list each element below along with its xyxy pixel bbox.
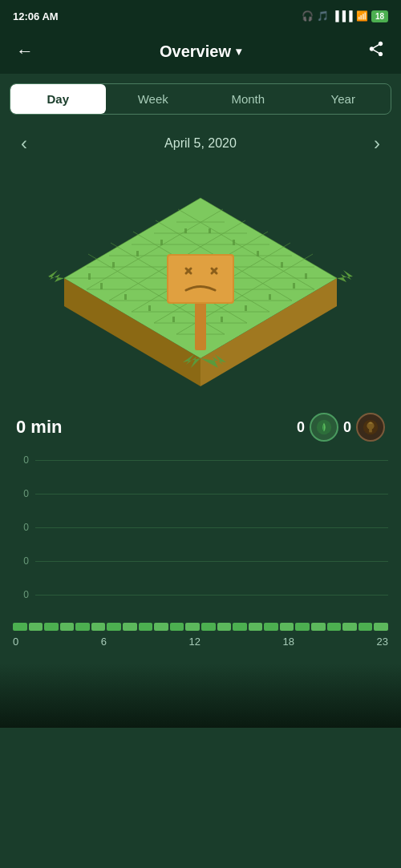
app-header: ← Overview ▾ xyxy=(0,29,401,74)
bar-segment xyxy=(170,623,184,631)
grid-rule-3 xyxy=(35,527,388,528)
status-time: 12:06 AM xyxy=(13,10,59,22)
svg-rect-64 xyxy=(369,428,372,433)
status-bar: 12:06 AM 🎧 🎵 ▐▐▐ 📶 18 xyxy=(0,0,401,29)
grid-label-4: 0 xyxy=(13,555,29,567)
tab-year[interactable]: Year xyxy=(296,84,391,114)
svg-rect-37 xyxy=(209,228,211,233)
garden-scene xyxy=(0,166,401,406)
current-date-label: April 5, 2020 xyxy=(164,136,237,151)
bar-segment xyxy=(139,623,153,631)
bar-segment xyxy=(123,623,137,631)
grid-line-2: 0 xyxy=(13,488,388,499)
bar-segment xyxy=(201,623,216,631)
bar-segment xyxy=(358,623,373,631)
grid-rule-2 xyxy=(35,494,388,495)
grid-label-5: 0 xyxy=(13,589,29,600)
x-label-18: 18 xyxy=(283,636,294,648)
svg-rect-49 xyxy=(269,294,271,300)
bar-segment xyxy=(311,623,326,631)
svg-rect-38 xyxy=(233,240,235,245)
stats-row: 0 min 0 0 xyxy=(0,406,401,454)
prev-date-button[interactable]: ‹ xyxy=(13,129,35,158)
back-button[interactable]: ← xyxy=(13,38,37,65)
tab-day[interactable]: Day xyxy=(10,84,106,114)
svg-rect-44 xyxy=(148,305,151,311)
svg-rect-47 xyxy=(221,317,223,322)
x-axis-bar xyxy=(13,623,388,631)
x-axis-labels: 0 6 12 18 23 xyxy=(0,632,401,664)
spotify-icon: 🎵 xyxy=(317,10,329,22)
svg-rect-34 xyxy=(136,251,139,256)
tab-month[interactable]: Month xyxy=(200,84,296,114)
tab-week[interactable]: Week xyxy=(106,84,201,114)
bar-segment xyxy=(295,623,310,631)
share-icon xyxy=(367,43,385,61)
svg-rect-43 xyxy=(124,294,127,300)
chart-area: 0 0 0 0 0 xyxy=(0,454,401,600)
next-icon: › xyxy=(374,132,380,154)
share-button[interactable] xyxy=(364,37,388,66)
svg-rect-33 xyxy=(112,262,115,268)
svg-rect-42 xyxy=(100,283,103,289)
svg-rect-56 xyxy=(168,256,233,302)
bar-segment xyxy=(44,623,59,631)
back-icon: ← xyxy=(16,41,34,61)
svg-rect-50 xyxy=(293,283,295,289)
bar-segment xyxy=(374,623,388,631)
grid-line-1: 0 xyxy=(13,454,388,466)
next-date-button[interactable]: › xyxy=(366,129,388,158)
svg-rect-40 xyxy=(281,262,283,268)
svg-rect-54 xyxy=(195,298,206,350)
prev-icon: ‹ xyxy=(21,132,27,154)
svg-rect-35 xyxy=(160,240,163,245)
bar-segment xyxy=(154,623,168,631)
bar-segment xyxy=(91,623,106,631)
grid-rule-5 xyxy=(35,595,388,595)
bar-segment xyxy=(185,623,200,631)
x-label-6: 6 xyxy=(101,636,107,648)
x-label-12: 12 xyxy=(189,636,200,648)
title-text: Overview xyxy=(160,42,231,61)
svg-rect-36 xyxy=(184,228,187,233)
svg-marker-52 xyxy=(337,270,353,282)
plant-count-1: 0 xyxy=(297,419,305,436)
garden-svg xyxy=(40,174,361,390)
wifi-icon: 📶 xyxy=(356,10,368,22)
dropdown-icon: ▾ xyxy=(236,45,241,58)
grid-label-2: 0 xyxy=(13,488,29,499)
bar-segment xyxy=(29,623,43,631)
date-navigation: ‹ April 5, 2020 › xyxy=(0,124,401,166)
green-plant-icon xyxy=(310,413,338,442)
battery-indicator: 18 xyxy=(371,10,388,22)
bar-segment xyxy=(342,623,357,631)
tab-bar: Day Week Month Year xyxy=(10,83,391,115)
headphone-icon: 🎧 xyxy=(302,10,314,22)
grid-label-1: 0 xyxy=(13,454,29,466)
status-icons: 🎧 🎵 ▐▐▐ 📶 18 xyxy=(302,10,388,22)
bar-segment xyxy=(264,623,278,631)
bar-segment xyxy=(280,623,294,631)
x-label-23: 23 xyxy=(377,636,388,648)
bar-segment xyxy=(13,623,27,631)
bar-segment xyxy=(75,623,90,631)
svg-rect-39 xyxy=(257,251,259,256)
svg-rect-45 xyxy=(172,317,175,322)
bar-segment xyxy=(217,623,232,631)
bar-segment xyxy=(249,623,263,631)
svg-rect-32 xyxy=(88,273,91,280)
plant-count-2: 0 xyxy=(343,419,351,436)
grid-label-3: 0 xyxy=(13,522,29,533)
header-title: Overview ▾ xyxy=(160,42,241,61)
bottom-blur xyxy=(0,664,401,728)
bar-segment xyxy=(233,623,247,631)
bar-segment xyxy=(107,623,121,631)
bar-segment xyxy=(60,623,75,631)
grid-rule-1 xyxy=(35,460,388,461)
brown-plant-icon xyxy=(356,413,385,442)
svg-rect-48 xyxy=(245,305,247,311)
plant-stats: 0 0 xyxy=(297,413,385,442)
signal-icon: ▐▐▐ xyxy=(332,10,353,22)
bar-segment xyxy=(327,623,342,631)
svg-marker-51 xyxy=(48,270,64,282)
